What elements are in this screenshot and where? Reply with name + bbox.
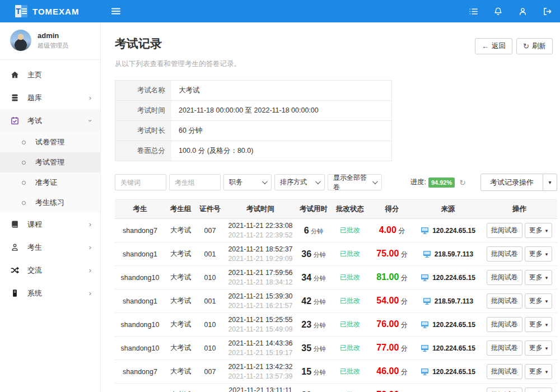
refresh-button[interactable]: ↻刷新 <box>516 38 553 54</box>
table-row: shandong7 大考试 007 2021-11-21 22:33:08 20… <box>115 219 557 242</box>
sidebar-toggle-icon[interactable] <box>111 6 121 16</box>
review-paper-button[interactable]: 批阅试卷 <box>487 246 522 262</box>
sidebar-item-1[interactable]: 题库› <box>0 86 100 109</box>
chevron-right-icon: › <box>89 290 91 297</box>
filter-select-1[interactable]: 排序方式 <box>274 174 325 190</box>
sidebar-item-4[interactable]: 考生› <box>0 236 100 259</box>
review-paper-button[interactable]: 批阅试卷 <box>487 270 522 285</box>
monitor-icon <box>423 297 431 305</box>
monitor-icon <box>421 321 429 329</box>
bell-icon[interactable] <box>493 7 503 16</box>
score: 46.00 分 <box>370 366 414 377</box>
filter-bar: 职务排序方式显示全部答卷 进度: 94.92% ↻ 考试记录操作 ▾ <box>115 174 557 191</box>
exam-duration: 42 分钟 <box>297 296 330 306</box>
avatar[interactable] <box>10 30 31 51</box>
home-icon <box>11 71 19 79</box>
select-value: 排序方式 <box>280 178 307 187</box>
sidebar-subitem-label: 准考证 <box>35 178 57 188</box>
exam-record-actions-button[interactable]: 考试记录操作 <box>480 174 543 191</box>
exam-end-time: 2021-11-21 15:49:09 <box>224 325 297 334</box>
review-paper-button[interactable]: 批阅试卷 <box>487 223 522 238</box>
exam-end-time: 2021-11-21 18:34:12 <box>224 278 297 287</box>
more-button[interactable]: 更多▾ <box>525 364 553 379</box>
examinee-name: shandong10 <box>115 321 165 329</box>
sidebar-item-3[interactable]: 课程› <box>0 213 100 236</box>
exam-duration: 15 分钟 <box>297 367 330 377</box>
examinee-group-input[interactable] <box>169 174 221 190</box>
sidebar-subitem-2-0[interactable]: 试卷管理 <box>0 132 100 152</box>
more-button[interactable]: 更多▾ <box>525 317 553 332</box>
user-icon[interactable] <box>518 7 528 16</box>
more-button[interactable]: 更多▾ <box>525 270 553 285</box>
exam-duration: 35 分钟 <box>297 343 330 353</box>
records-table-header: 考生考生组证件号考试时间考试用时批改状态得分来源操作 <box>115 199 557 219</box>
cert-number: 010 <box>196 321 224 329</box>
exam-start-time: 2021-11-21 15:25:55 <box>224 315 297 325</box>
sidebar-item-label: 考试 <box>27 116 42 126</box>
review-paper-button[interactable]: 批阅试卷 <box>487 364 522 379</box>
circle-icon <box>22 161 26 165</box>
grading-status: 已批改 <box>330 367 370 376</box>
cert-number: 007 <box>196 227 224 235</box>
more-button[interactable]: 更多▾ <box>525 293 553 309</box>
back-button[interactable]: ←返回 <box>475 38 512 54</box>
more-button[interactable]: 更多▾ <box>525 246 553 262</box>
info-value: 2021-11-18 00:00:00 至 2022-11-18 00:00:0… <box>171 101 319 120</box>
grading-status: 已批改 <box>330 226 370 235</box>
column-header: 考试时间 <box>224 204 297 214</box>
info-label: 考试时长 <box>115 121 171 141</box>
chevron-right-icon: › <box>89 94 91 101</box>
cert-number: 007 <box>196 368 224 376</box>
shuffle-icon <box>11 266 19 274</box>
cert-number: 001 <box>196 250 224 258</box>
sidebar-item-2[interactable]: 考试› <box>0 109 100 132</box>
exam-record-actions-caret[interactable]: ▾ <box>543 174 557 191</box>
exam-duration: 23 分钟 <box>297 320 330 330</box>
grading-status: 已批改 <box>330 273 370 282</box>
sidebar-subitem-2-3[interactable]: 考生练习 <box>0 193 100 213</box>
filter-select-2[interactable]: 显示全部答卷 <box>328 174 382 190</box>
more-button[interactable]: 更多▾ <box>525 388 553 392</box>
logout-icon[interactable] <box>543 7 552 16</box>
user-name: admin <box>38 31 68 40</box>
filter-select-0[interactable]: 职务 <box>223 174 272 190</box>
keyword-input[interactable] <box>115 174 166 190</box>
grading-status: 已批改 <box>330 343 370 353</box>
sidebar-item-0[interactable]: 主页 <box>0 63 100 86</box>
list-icon[interactable] <box>469 7 478 16</box>
book-icon <box>11 220 19 228</box>
examinee-group: 大考试 <box>165 367 196 376</box>
chevron-down-icon: › <box>86 119 94 122</box>
exam-start-time: 2021-11-21 13:11:11 <box>224 386 297 392</box>
sidebar-subitem-2-2[interactable]: 准考证 <box>0 172 100 193</box>
table-row: shandong10 大考试 010 2021-11-21 14:43:36 2… <box>115 337 557 360</box>
top-navbar: T TOMEXAM <box>0 0 560 22</box>
source: 120.224.65.15 <box>414 368 482 376</box>
score: 81.00 分 <box>370 272 414 283</box>
sidebar-menu: 主页题库›考试›试卷管理考试管理准考证考生练习课程›考生›交流›系统› <box>0 60 100 305</box>
info-label: 考试名称 <box>115 81 171 100</box>
more-button[interactable]: 更多▾ <box>525 223 553 238</box>
progress-refresh-icon[interactable]: ↻ <box>459 178 466 187</box>
exam-duration: 36 分钟 <box>297 249 330 259</box>
grading-status: 已批改 <box>330 320 370 329</box>
exam-start-time: 2021-11-21 14:43:36 <box>224 339 297 348</box>
sidebar-subitem-label: 考生练习 <box>35 198 64 208</box>
more-button[interactable]: 更多▾ <box>525 340 553 356</box>
monitor-icon <box>421 227 429 235</box>
table-row: shandong1 大考试 001 2021-11-21 15:39:30 20… <box>115 290 557 313</box>
review-paper-button[interactable]: 批阅试卷 <box>487 317 522 332</box>
brand-logo[interactable]: T TOMEXAM <box>0 5 101 17</box>
chevron-down-icon <box>315 179 321 184</box>
page-title: 考试记录 <box>115 36 241 52</box>
exam-start-time: 2021-11-21 15:39:30 <box>224 292 297 301</box>
sidebar-subitem-2-1[interactable]: 考试管理 <box>0 152 100 172</box>
review-paper-button[interactable]: 批阅试卷 <box>487 293 522 309</box>
sidebar-item-6[interactable]: 系统› <box>0 282 100 305</box>
review-paper-button[interactable]: 批阅试卷 <box>487 388 522 392</box>
select-value: 显示全部答卷 <box>333 173 368 192</box>
sidebar-item-5[interactable]: 交流› <box>0 259 100 282</box>
review-paper-button[interactable]: 批阅试卷 <box>487 340 522 356</box>
exam-end-time: 2021-11-21 22:39:52 <box>224 231 297 240</box>
sidebar-subitem-label: 试卷管理 <box>35 137 64 147</box>
